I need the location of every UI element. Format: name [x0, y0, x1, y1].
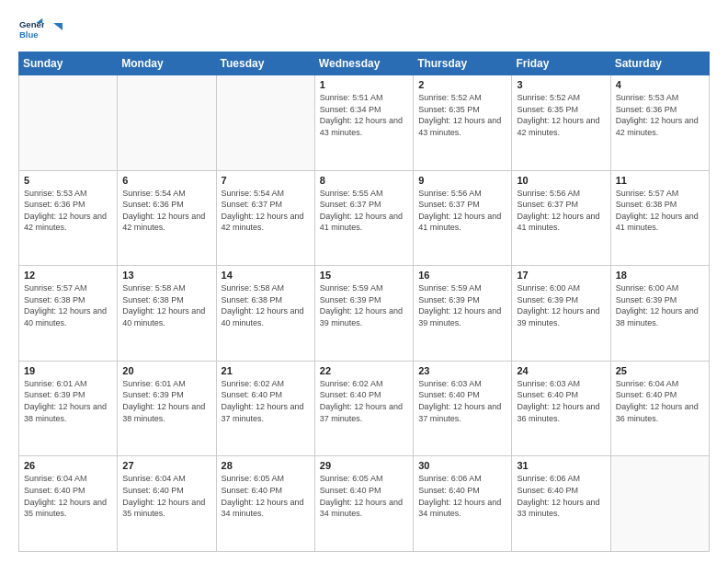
day-info: Sunrise: 6:03 AM Sunset: 6:40 PM Dayligh… — [517, 378, 605, 424]
logo: General Blue — [18, 17, 64, 42]
calendar-day-cell: 25Sunrise: 6:04 AM Sunset: 6:40 PM Dayli… — [610, 361, 709, 456]
day-info: Sunrise: 5:58 AM Sunset: 6:38 PM Dayligh… — [122, 282, 210, 328]
day-number: 21 — [222, 365, 310, 376]
day-number: 22 — [320, 365, 408, 376]
day-info: Sunrise: 6:06 AM Sunset: 6:40 PM Dayligh… — [517, 473, 605, 519]
calendar-day-cell — [216, 75, 314, 171]
weekday-header: Thursday — [414, 52, 512, 75]
day-info: Sunrise: 6:01 AM Sunset: 6:39 PM Dayligh… — [122, 378, 210, 424]
day-info: Sunrise: 5:51 AM Sunset: 6:34 PM Dayligh… — [320, 92, 408, 138]
weekday-header-row: SundayMondayTuesdayWednesdayThursdayFrid… — [19, 52, 710, 75]
day-number: 1 — [320, 79, 408, 90]
calendar-day-cell: 14Sunrise: 5:58 AM Sunset: 6:38 PM Dayli… — [216, 266, 314, 362]
calendar-day-cell: 30Sunrise: 6:06 AM Sunset: 6:40 PM Dayli… — [414, 456, 512, 552]
logo-icon: General Blue — [18, 17, 44, 42]
weekday-header: Monday — [118, 52, 216, 75]
calendar-day-cell: 15Sunrise: 5:59 AM Sunset: 6:39 PM Dayli… — [314, 266, 413, 362]
weekday-header: Wednesday — [314, 52, 413, 75]
day-number: 7 — [222, 175, 310, 186]
day-number: 9 — [418, 175, 506, 186]
day-info: Sunrise: 5:58 AM Sunset: 6:38 PM Dayligh… — [222, 282, 310, 328]
day-info: Sunrise: 6:04 AM Sunset: 6:40 PM Dayligh… — [24, 473, 112, 519]
day-number: 20 — [122, 365, 210, 376]
day-info: Sunrise: 6:00 AM Sunset: 6:39 PM Dayligh… — [616, 282, 704, 328]
day-info: Sunrise: 6:04 AM Sunset: 6:40 PM Dayligh… — [616, 378, 704, 424]
calendar-day-cell: 10Sunrise: 5:56 AM Sunset: 6:37 PM Dayli… — [512, 170, 610, 266]
day-number: 18 — [616, 270, 704, 281]
calendar-day-cell: 7Sunrise: 5:54 AM Sunset: 6:37 PM Daylig… — [216, 170, 314, 266]
day-number: 23 — [418, 365, 506, 376]
day-number: 12 — [24, 270, 112, 281]
calendar-day-cell: 4Sunrise: 5:53 AM Sunset: 6:36 PM Daylig… — [610, 75, 709, 171]
day-info: Sunrise: 5:56 AM Sunset: 6:37 PM Dayligh… — [418, 188, 506, 234]
day-info: Sunrise: 6:04 AM Sunset: 6:40 PM Dayligh… — [122, 473, 210, 519]
weekday-header: Friday — [512, 52, 610, 75]
calendar-day-cell: 11Sunrise: 5:57 AM Sunset: 6:38 PM Dayli… — [610, 170, 709, 266]
day-number: 30 — [418, 460, 506, 471]
page: General Blue SundayMondayTuesdayWednesda… — [0, 0, 728, 563]
calendar-day-cell: 24Sunrise: 6:03 AM Sunset: 6:40 PM Dayli… — [512, 361, 610, 456]
day-info: Sunrise: 6:00 AM Sunset: 6:39 PM Dayligh… — [517, 282, 605, 328]
day-info: Sunrise: 6:05 AM Sunset: 6:40 PM Dayligh… — [222, 473, 310, 519]
calendar-week-row: 12Sunrise: 5:57 AM Sunset: 6:38 PM Dayli… — [19, 266, 710, 362]
day-info: Sunrise: 6:05 AM Sunset: 6:40 PM Dayligh… — [320, 473, 408, 519]
calendar-day-cell: 3Sunrise: 5:52 AM Sunset: 6:35 PM Daylig… — [512, 75, 610, 171]
calendar-day-cell: 1Sunrise: 5:51 AM Sunset: 6:34 PM Daylig… — [314, 75, 413, 171]
day-info: Sunrise: 5:54 AM Sunset: 6:36 PM Dayligh… — [122, 188, 210, 234]
day-info: Sunrise: 5:59 AM Sunset: 6:39 PM Dayligh… — [418, 282, 506, 328]
day-number: 4 — [616, 79, 704, 90]
svg-marker-3 — [53, 23, 63, 30]
day-info: Sunrise: 5:59 AM Sunset: 6:39 PM Dayligh… — [320, 282, 408, 328]
calendar-day-cell: 2Sunrise: 5:52 AM Sunset: 6:35 PM Daylig… — [414, 75, 512, 171]
calendar-day-cell: 28Sunrise: 6:05 AM Sunset: 6:40 PM Dayli… — [216, 456, 314, 552]
weekday-header: Sunday — [19, 52, 118, 75]
day-number: 25 — [616, 365, 704, 376]
calendar-day-cell — [118, 75, 216, 171]
calendar-day-cell: 8Sunrise: 5:55 AM Sunset: 6:37 PM Daylig… — [314, 170, 413, 266]
calendar-day-cell: 26Sunrise: 6:04 AM Sunset: 6:40 PM Dayli… — [19, 456, 118, 552]
calendar-week-row: 1Sunrise: 5:51 AM Sunset: 6:34 PM Daylig… — [19, 75, 710, 171]
calendar-day-cell: 23Sunrise: 6:03 AM Sunset: 6:40 PM Dayli… — [414, 361, 512, 456]
calendar-table: SundayMondayTuesdayWednesdayThursdayFrid… — [18, 52, 710, 552]
day-number: 10 — [517, 175, 605, 186]
day-number: 13 — [122, 270, 210, 281]
calendar-week-row: 19Sunrise: 6:01 AM Sunset: 6:39 PM Dayli… — [19, 361, 710, 456]
day-info: Sunrise: 5:52 AM Sunset: 6:35 PM Dayligh… — [517, 92, 605, 138]
day-info: Sunrise: 5:57 AM Sunset: 6:38 PM Dayligh… — [616, 188, 704, 234]
day-number: 15 — [320, 270, 408, 281]
svg-text:Blue: Blue — [19, 29, 39, 40]
calendar-day-cell: 20Sunrise: 6:01 AM Sunset: 6:39 PM Dayli… — [118, 361, 216, 456]
day-number: 6 — [122, 175, 210, 186]
day-number: 24 — [517, 365, 605, 376]
day-number: 29 — [320, 460, 408, 471]
day-number: 31 — [517, 460, 605, 471]
day-number: 28 — [222, 460, 310, 471]
day-info: Sunrise: 5:56 AM Sunset: 6:37 PM Dayligh… — [517, 188, 605, 234]
day-info: Sunrise: 6:06 AM Sunset: 6:40 PM Dayligh… — [418, 473, 506, 519]
calendar-day-cell: 18Sunrise: 6:00 AM Sunset: 6:39 PM Dayli… — [610, 266, 709, 362]
day-number: 11 — [616, 175, 704, 186]
day-info: Sunrise: 5:54 AM Sunset: 6:37 PM Dayligh… — [222, 188, 310, 234]
day-number: 26 — [24, 460, 112, 471]
calendar-day-cell: 17Sunrise: 6:00 AM Sunset: 6:39 PM Dayli… — [512, 266, 610, 362]
day-info: Sunrise: 6:02 AM Sunset: 6:40 PM Dayligh… — [320, 378, 408, 424]
header: General Blue — [18, 17, 710, 42]
calendar-day-cell: 13Sunrise: 5:58 AM Sunset: 6:38 PM Dayli… — [118, 266, 216, 362]
logo-arrow-icon — [51, 21, 64, 34]
calendar-day-cell: 6Sunrise: 5:54 AM Sunset: 6:36 PM Daylig… — [118, 170, 216, 266]
calendar-day-cell: 16Sunrise: 5:59 AM Sunset: 6:39 PM Dayli… — [414, 266, 512, 362]
day-number: 2 — [418, 79, 506, 90]
day-number: 3 — [517, 79, 605, 90]
day-info: Sunrise: 5:52 AM Sunset: 6:35 PM Dayligh… — [418, 92, 506, 138]
calendar-day-cell — [610, 456, 709, 552]
day-info: Sunrise: 5:57 AM Sunset: 6:38 PM Dayligh… — [24, 282, 112, 328]
weekday-header: Tuesday — [216, 52, 314, 75]
calendar-day-cell — [19, 75, 118, 171]
day-info: Sunrise: 5:55 AM Sunset: 6:37 PM Dayligh… — [320, 188, 408, 234]
calendar-day-cell: 31Sunrise: 6:06 AM Sunset: 6:40 PM Dayli… — [512, 456, 610, 552]
calendar-day-cell: 21Sunrise: 6:02 AM Sunset: 6:40 PM Dayli… — [216, 361, 314, 456]
day-info: Sunrise: 6:03 AM Sunset: 6:40 PM Dayligh… — [418, 378, 506, 424]
day-number: 14 — [222, 270, 310, 281]
weekday-header: Saturday — [610, 52, 709, 75]
day-number: 27 — [122, 460, 210, 471]
